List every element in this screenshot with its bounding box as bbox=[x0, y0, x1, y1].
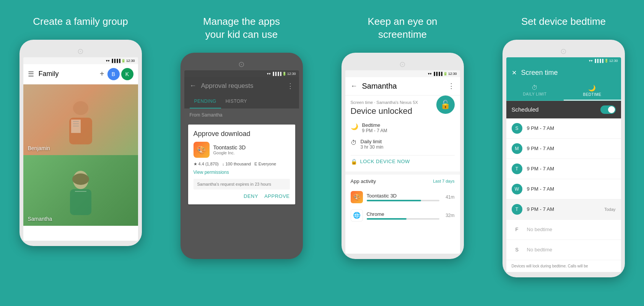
bedtime-saturday[interactable]: S No bedtime bbox=[506, 240, 621, 260]
samantha-label: Samantha bbox=[28, 216, 52, 222]
sunday-time: 9 PM - 7 AM bbox=[527, 125, 616, 131]
add-member-icon[interactable]: + bbox=[100, 70, 104, 78]
member-benjamin-photo[interactable]: Benjamin bbox=[23, 84, 138, 155]
panel-approve: Manage the apps your kid can use ⊙ ▾▾ ▐▐… bbox=[161, 0, 322, 306]
chrome-bar bbox=[367, 218, 439, 220]
samantha-illustration bbox=[62, 165, 100, 215]
status-bar-3: ▾▾ ▐▐▐▐ 🔋 12:30 bbox=[345, 70, 460, 77]
scheduled-row: Scheduled bbox=[506, 101, 621, 118]
family-photos: Benjamin Samantha bbox=[23, 84, 138, 226]
phone-screen-3: ▾▾ ▐▐▐▐ 🔋 12:30 ← Samantha ⋮ Screen time… bbox=[345, 70, 460, 254]
family-title: Family bbox=[39, 70, 100, 78]
day-circle-t1: T bbox=[512, 164, 522, 174]
approval-bar: ← Approval requests ⋮ bbox=[184, 77, 299, 95]
bedtime-friday[interactable]: F No bedtime bbox=[506, 220, 621, 240]
battery-icon: 🔋 bbox=[121, 59, 125, 63]
expires-notice: Samantha's request expires in 23 hours bbox=[194, 179, 290, 189]
panel1-title: Create a family group bbox=[33, 15, 128, 28]
app-dev: Google Inc. bbox=[213, 151, 246, 155]
status-icons-1: ▾▾ ▐▐▐▐ 🔋 12:30 bbox=[106, 59, 135, 63]
tab-pending[interactable]: PENDING bbox=[190, 95, 221, 108]
benjamin-bg bbox=[23, 84, 138, 155]
signal-icon-3: ▐▐▐▐ bbox=[433, 72, 442, 76]
lock-device-btn[interactable]: 🔒 LOCK DEVICE NOW bbox=[351, 155, 455, 168]
bedtime-value: 9 PM - 7 AM bbox=[362, 128, 387, 133]
phone-3: ⊙ ▾▾ ▐▐▐▐ 🔋 12:30 ← Samantha ⋮ Screen ti… bbox=[342, 53, 464, 259]
more-icon-3[interactable]: ⋮ bbox=[448, 82, 455, 90]
panel-screentime: Keep an eye on screentime ⊙ ▾▾ ▐▐▐▐ 🔋 12… bbox=[322, 0, 483, 306]
timer-icon: ⏱ bbox=[351, 139, 357, 146]
chrome-time: 32m bbox=[443, 213, 455, 218]
wifi-icon-2: ▾▾ bbox=[267, 72, 271, 76]
bedtime-monday[interactable]: M 9 PM - 7 AM bbox=[506, 139, 621, 159]
avatar-k[interactable]: K bbox=[121, 68, 133, 80]
svg-point-8 bbox=[72, 173, 89, 185]
screen-time-teal-title: Screen time bbox=[521, 69, 616, 77]
status-icons-4: ▾▾ ▐▐▐▐ 🔋 12:30 bbox=[589, 59, 618, 63]
approve-button[interactable]: APPROVE bbox=[264, 193, 289, 199]
phone-1: ⊙ ▾▾ ▐▐▐▐ 🔋 12:30 ☰ Family + B K bbox=[20, 40, 142, 246]
bedtime-text: Bedtime 9 PM - 7 AM bbox=[362, 122, 387, 133]
bedtime-label: Bedtime bbox=[362, 122, 387, 128]
wifi-icon-3: ▾▾ bbox=[428, 72, 432, 76]
signal-icon-2: ▐▐▐▐ bbox=[272, 72, 281, 76]
wifi-icon-4: ▾▾ bbox=[589, 59, 593, 63]
from-label: From Samantha bbox=[184, 108, 299, 121]
lock-device-label[interactable]: LOCK DEVICE NOW bbox=[360, 159, 410, 164]
benjamin-illustration bbox=[62, 95, 100, 144]
tuesday-time: 9 PM - 7 AM bbox=[527, 166, 616, 172]
chrome-icon: 🌐 bbox=[351, 209, 363, 222]
scheduled-toggle[interactable] bbox=[600, 105, 616, 114]
phone-2: ⊙ ▾▾ ▐▐▐▐ 🔋 12:30 ← Approval requests ⋮ … bbox=[181, 53, 303, 259]
action-buttons: DENY APPROVE bbox=[194, 193, 290, 199]
back-icon-3[interactable]: ← bbox=[351, 82, 358, 90]
lock-icon: 🔒 bbox=[351, 159, 357, 165]
close-icon[interactable]: ✕ bbox=[512, 69, 517, 76]
status-bar-1: ▾▾ ▐▐▐▐ 🔋 12:30 bbox=[23, 57, 138, 64]
app-activity-chrome: 🌐 Chrome 32m bbox=[345, 206, 460, 225]
samantha-bg bbox=[23, 155, 138, 226]
phone-4: ⊙ ▾▾ ▐▐▐▐ 🔋 12:30 ✕ Screen time ⏱ D bbox=[503, 40, 625, 277]
more-icon-2[interactable]: ⋮ bbox=[287, 82, 294, 90]
devices-note: Devices will lock during bedtime. Calls … bbox=[506, 260, 621, 272]
toontastic-info: Toontastic 3D bbox=[367, 193, 439, 201]
signal-icon-4: ▐▐▐▐ bbox=[594, 59, 603, 63]
status-icons-2: ▾▾ ▐▐▐▐ 🔋 12:30 bbox=[267, 72, 296, 76]
day-circle-s1: S bbox=[512, 123, 522, 134]
toontastic-bar bbox=[367, 200, 439, 201]
approve-download-title: Approve download bbox=[194, 130, 290, 138]
samantha-bar: ← Samantha ⋮ bbox=[345, 77, 460, 96]
panel-family: Create a family group ⊙ ▾▾ ▐▐▐▐ 🔋 12:30 … bbox=[0, 0, 161, 306]
approval-tabs: PENDING HISTORY bbox=[184, 95, 299, 108]
moon-icon: 🌙 bbox=[351, 123, 358, 130]
view-permissions-link[interactable]: View permissions bbox=[194, 170, 290, 175]
bedtime-info: 🌙 Bedtime 9 PM - 7 AM bbox=[351, 122, 455, 133]
toontastic-time: 41m bbox=[443, 194, 455, 200]
app-activity-title: App activity bbox=[351, 178, 376, 184]
app-meta-text: Toontastic 3D Google Inc. bbox=[213, 144, 246, 155]
bedtime-sunday[interactable]: S 9 PM - 7 AM bbox=[506, 118, 621, 139]
wednesday-time: 9 PM - 7 AM bbox=[527, 186, 616, 192]
wifi-icon: ▾▾ bbox=[106, 59, 110, 63]
back-icon-2[interactable]: ← bbox=[190, 82, 197, 90]
bedtime-wednesday[interactable]: W 9 PM - 7 AM bbox=[506, 179, 621, 199]
tab-daily-limit[interactable]: ⏱ DAILY LIMIT bbox=[506, 81, 564, 100]
chrome-bar-fill bbox=[367, 218, 407, 220]
tab-bedtime[interactable]: 🌙 BEDTIME bbox=[564, 81, 621, 100]
timer-tab-icon: ⏱ bbox=[509, 84, 561, 91]
day-circle-t2: T bbox=[512, 204, 522, 215]
bedtime-tuesday[interactable]: T 9 PM - 7 AM bbox=[506, 159, 621, 179]
tab-history[interactable]: HISTORY bbox=[221, 95, 252, 108]
deny-button[interactable]: DENY bbox=[244, 193, 258, 199]
day-circle-w: W bbox=[512, 184, 522, 194]
menu-icon[interactable]: ☰ bbox=[28, 70, 34, 78]
time-display-1: 12:30 bbox=[126, 59, 135, 63]
fingerprint-icon-2: ⊙ bbox=[184, 58, 299, 70]
fingerprint-icon-4: ⊙ bbox=[506, 45, 621, 57]
avatar-b[interactable]: B bbox=[107, 68, 120, 80]
moon-tab-icon: 🌙 bbox=[567, 84, 618, 92]
toontastic-bar-fill bbox=[367, 200, 421, 201]
member-samantha-photo[interactable]: Samantha bbox=[23, 155, 138, 226]
bedtime-thursday[interactable]: T 9 PM - 7 AM Today bbox=[506, 199, 621, 220]
chrome-info: Chrome bbox=[367, 211, 439, 220]
